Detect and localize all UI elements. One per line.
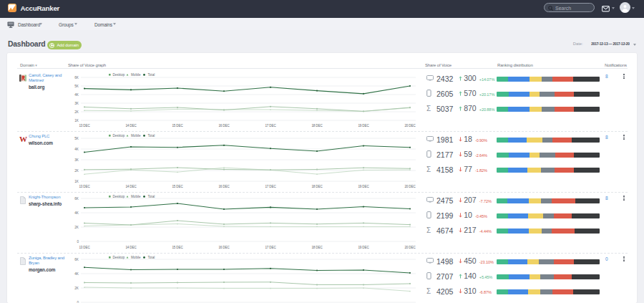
svg-text:19 DEC: 19 DEC: [358, 124, 369, 128]
svg-text:4K: 4K: [74, 272, 79, 276]
svg-text:4K: 4K: [74, 148, 79, 151]
svg-text:0: 0: [77, 240, 79, 244]
svg-text:14 DEC: 14 DEC: [125, 124, 137, 128]
svg-text:20 DEC: 20 DEC: [404, 185, 416, 188]
svg-text:2K: 2K: [74, 226, 79, 229]
svg-text:6K: 6K: [74, 197, 79, 201]
svg-text:W: W: [19, 135, 27, 143]
svg-text:Desktop: Desktop: [113, 195, 125, 198]
svg-text:15 DEC: 15 DEC: [172, 246, 183, 249]
svg-text:Mobile: Mobile: [131, 73, 141, 77]
svg-text:19 DEC: 19 DEC: [358, 246, 369, 249]
svg-text:6K: 6K: [74, 76, 79, 80]
svg-text:14 DEC: 14 DEC: [125, 246, 137, 249]
svg-text:2K: 2K: [74, 287, 79, 290]
svg-text:3K: 3K: [74, 102, 79, 105]
svg-text:Desktop: Desktop: [113, 73, 125, 77]
svg-text:Total: Total: [148, 134, 155, 138]
svg-text:Total: Total: [148, 73, 155, 77]
svg-text:Desktop: Desktop: [113, 256, 125, 259]
svg-text:20 DEC: 20 DEC: [404, 124, 416, 128]
svg-text:2K: 2K: [74, 169, 79, 173]
svg-text:Mobile: Mobile: [131, 195, 141, 198]
svg-text:16 DEC: 16 DEC: [218, 246, 230, 249]
svg-text:15 DEC: 15 DEC: [172, 185, 183, 188]
svg-text:15 DEC: 15 DEC: [172, 124, 183, 128]
svg-text:5K: 5K: [74, 85, 79, 88]
svg-text:17 DEC: 17 DEC: [265, 185, 276, 188]
svg-text:4K: 4K: [74, 93, 79, 97]
svg-text:Total: Total: [148, 256, 155, 259]
svg-text:1K: 1K: [74, 119, 79, 122]
svg-text:13 DEC: 13 DEC: [79, 246, 90, 249]
svg-text:4K: 4K: [74, 211, 79, 215]
svg-text:3K: 3K: [74, 158, 79, 162]
svg-text:17 DEC: 17 DEC: [265, 124, 276, 128]
svg-text:2K: 2K: [74, 110, 79, 114]
svg-text:20 DEC: 20 DEC: [404, 246, 416, 249]
svg-text:Mobile: Mobile: [131, 134, 141, 138]
svg-text:18 DEC: 18 DEC: [311, 246, 323, 249]
svg-text:5K: 5K: [74, 137, 79, 140]
svg-text:Mobile: Mobile: [131, 256, 141, 259]
svg-text:17 DEC: 17 DEC: [265, 246, 276, 249]
svg-text:18 DEC: 18 DEC: [311, 124, 323, 128]
svg-text:19 DEC: 19 DEC: [358, 185, 369, 188]
svg-text:1K: 1K: [74, 180, 79, 183]
svg-text:16 DEC: 16 DEC: [218, 185, 230, 188]
svg-text:Desktop: Desktop: [113, 134, 125, 138]
svg-text:13 DEC: 13 DEC: [79, 124, 90, 128]
svg-text:Total: Total: [148, 195, 155, 198]
svg-text:18 DEC: 18 DEC: [311, 185, 323, 188]
svg-text:13 DEC: 13 DEC: [79, 185, 90, 188]
svg-text:14 DEC: 14 DEC: [125, 185, 137, 188]
svg-text:6K: 6K: [74, 258, 79, 261]
svg-text:16 DEC: 16 DEC: [218, 124, 230, 128]
